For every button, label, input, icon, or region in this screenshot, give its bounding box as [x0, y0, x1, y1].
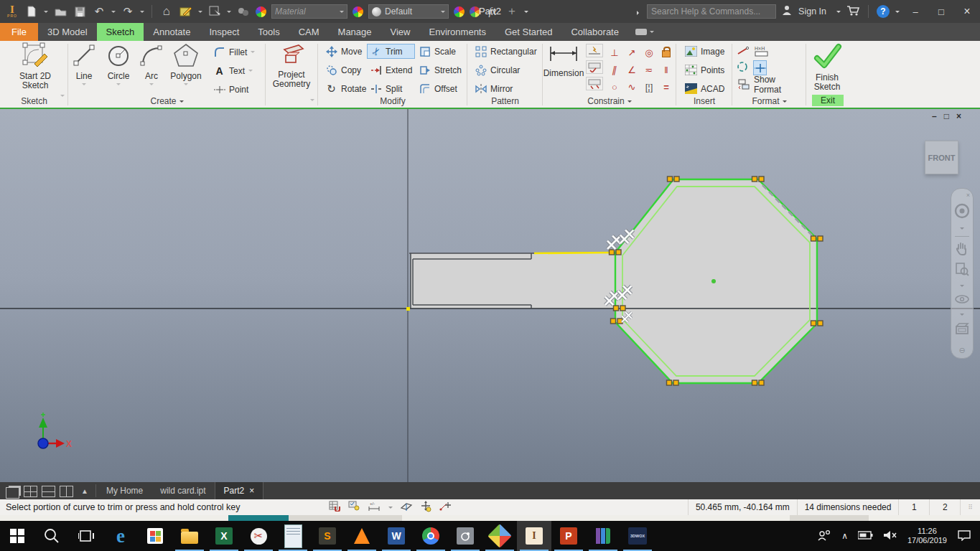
search-input[interactable]	[647, 4, 776, 19]
battery-icon[interactable]	[858, 531, 873, 542]
stretch-button[interactable]: Stretch	[416, 62, 465, 77]
constraint-horizontal-button[interactable]: ≂	[640, 61, 658, 78]
insert-points-button[interactable]: Points	[682, 62, 727, 77]
sketch-tool-icon[interactable]	[179, 4, 193, 19]
doc-restore-button[interactable]: □	[944, 111, 949, 121]
maximize-button[interactable]: □	[931, 4, 951, 19]
constraint-tangent-button[interactable]: ○	[606, 78, 623, 95]
sublime-text-icon[interactable]: S	[310, 521, 345, 551]
zoom-icon[interactable]	[955, 262, 969, 278]
edge-icon[interactable]: e	[103, 521, 138, 551]
new-file-icon[interactable]	[24, 4, 39, 19]
ribbon-display-toggle[interactable]	[628, 23, 661, 41]
panel-label-sketch[interactable]: Sketch	[0, 96, 68, 106]
look-at-icon[interactable]	[954, 322, 970, 337]
search-expand-caret[interactable]	[637, 11, 641, 15]
sketch-tool-caret[interactable]	[198, 11, 202, 15]
insert-acad-button[interactable]: ACAD	[682, 81, 727, 96]
winrar-icon[interactable]	[586, 521, 620, 551]
tile-windows-icon[interactable]	[24, 486, 37, 497]
color-wheel-icon[interactable]	[256, 6, 266, 17]
orbit-icon[interactable]	[954, 293, 970, 307]
navbar-close-icon[interactable]: ×	[966, 192, 970, 199]
copy-button[interactable]: Copy	[322, 62, 369, 77]
tab-cam[interactable]: CAM	[289, 23, 329, 41]
snipping-tool-icon[interactable]: ✂	[241, 521, 276, 551]
arc-button[interactable]: Arc	[137, 42, 166, 88]
parameters-fx-icon[interactable]: fx	[485, 4, 500, 19]
qat-customize-caret[interactable]	[524, 11, 528, 15]
auto-dimension-icon[interactable]	[586, 44, 603, 57]
tab-manage[interactable]: Manage	[329, 23, 381, 41]
line-button[interactable]: Line	[68, 42, 100, 88]
move-assist-icon[interactable]	[420, 501, 432, 514]
trim-button[interactable]: ✂ Trim	[367, 44, 415, 59]
constraint-collinear-button[interactable]: ↗	[623, 44, 640, 61]
panel-label-pattern[interactable]: Pattern	[467, 96, 543, 106]
mirror-button[interactable]: Mirror	[472, 81, 540, 96]
panel-label-insert[interactable]: Insert	[676, 96, 732, 106]
minimize-button[interactable]: –	[905, 4, 925, 19]
tab-get-started[interactable]: Get Started	[495, 23, 561, 41]
tab-view[interactable]: View	[381, 23, 420, 41]
view-cube[interactable]: FRONT	[925, 141, 958, 174]
notepad-icon[interactable]	[276, 521, 310, 551]
text-button[interactable]: A Text	[210, 63, 258, 78]
tab-annotate[interactable]: Annotate	[144, 23, 200, 41]
tile-horizontal-icon[interactable]	[42, 486, 55, 497]
offset-button[interactable]: Offset	[416, 81, 465, 96]
tab-tools[interactable]: Tools	[248, 23, 289, 41]
doc-tab-close-icon[interactable]: ×	[249, 486, 254, 496]
constraint-perpendicular-button[interactable]: ∠	[623, 61, 640, 78]
undo-icon[interactable]: ↶	[92, 4, 106, 19]
redo-icon[interactable]: ↷	[121, 4, 135, 19]
redo-caret[interactable]	[140, 11, 144, 15]
constraint-symmetric-button[interactable]: [¦]	[640, 78, 658, 95]
cad-utility-icon[interactable]	[448, 521, 482, 551]
tab-environments[interactable]: Environments	[420, 23, 495, 41]
panel-label-constrain[interactable]: Constrain	[543, 96, 676, 106]
tab-collaborate[interactable]: Collaborate	[561, 23, 628, 41]
tray-expand-chevron-icon[interactable]: ∧	[841, 531, 848, 541]
doc-tab-wild-card[interactable]: wild card.ipt	[151, 482, 214, 499]
inventor-taskbar-icon[interactable]: I	[517, 521, 551, 551]
split-button[interactable]: Split	[367, 81, 415, 96]
home-icon[interactable]: ⌂	[159, 4, 174, 19]
start-2d-sketch-button[interactable]: Start 2D Sketch	[13, 42, 57, 90]
doc-tab-my-home[interactable]: My Home	[98, 482, 151, 499]
save-icon[interactable]	[73, 4, 87, 19]
material-combo[interactable]: Material	[271, 4, 347, 19]
undo-caret[interactable]	[111, 11, 116, 15]
people-icon[interactable]	[817, 529, 831, 543]
dimension-display-icon[interactable]: +/-	[368, 501, 381, 514]
resize-grip[interactable]: ⠿	[960, 499, 980, 515]
constraint-coincident-button[interactable]: ⊥	[606, 44, 623, 61]
constraint-vertical-button[interactable]: ‖	[658, 61, 675, 78]
extend-button[interactable]: Extend	[367, 62, 415, 77]
pan-icon[interactable]	[955, 241, 969, 258]
point-button[interactable]: Point	[210, 82, 258, 97]
dimension-button[interactable]: Dimension	[543, 42, 584, 78]
volume-muted-icon[interactable]	[883, 530, 897, 542]
sketch-canvas[interactable]: X – □ × FRONT × ⊖	[0, 109, 980, 482]
new-file-caret[interactable]	[44, 11, 48, 15]
taskbar-clock[interactable]: 11:26 17/06/2019	[907, 527, 947, 545]
qat-add-icon[interactable]: +	[505, 4, 519, 19]
finish-sketch-button[interactable]: Finish Sketch	[806, 42, 848, 92]
polygon-button[interactable]: Polygon	[166, 42, 206, 88]
excel-icon[interactable]: X	[207, 521, 241, 551]
tile-vertical-icon[interactable]	[60, 486, 73, 497]
rectangular-pattern-button[interactable]: Rectangular	[472, 44, 540, 59]
store-cart-icon[interactable]	[846, 5, 860, 19]
select-visible-icon[interactable]	[348, 501, 360, 514]
chrome-icon[interactable]	[414, 521, 448, 551]
action-center-icon[interactable]	[957, 529, 971, 543]
constraint-fix-button[interactable]	[658, 44, 675, 61]
tab-file[interactable]: File	[0, 23, 38, 41]
tab-3d-model[interactable]: 3D Model	[38, 23, 97, 41]
fillet-button[interactable]: Fillet	[210, 44, 258, 60]
help-caret[interactable]	[895, 11, 900, 15]
rotate-button[interactable]: ↻ Rotate	[322, 81, 369, 96]
open-file-icon[interactable]	[53, 4, 67, 19]
driven-dimension-icon[interactable]: H×H	[754, 44, 770, 57]
